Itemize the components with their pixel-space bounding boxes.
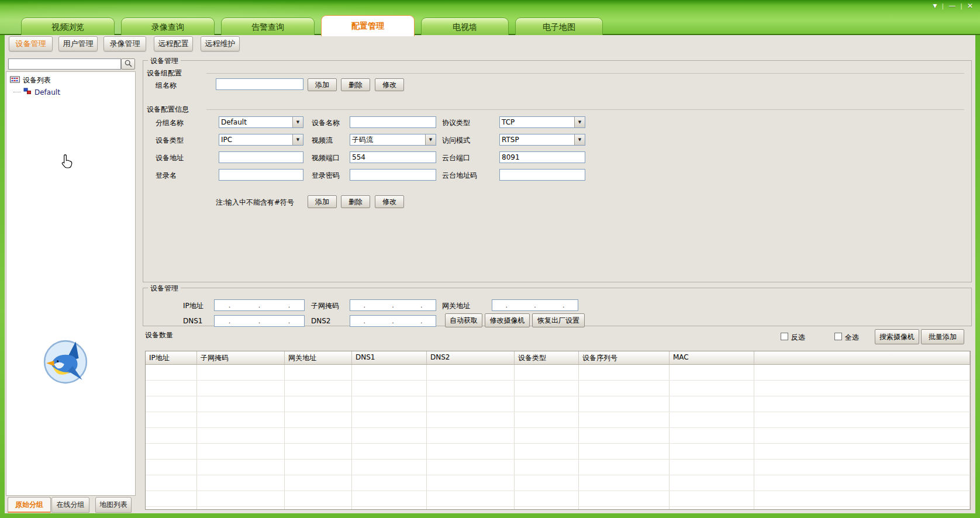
tree-item-label: 设备列表 <box>23 75 51 85</box>
column-header-6[interactable]: 设备序列号 <box>579 351 670 364</box>
modify-camera-button[interactable]: 修改摄像机 <box>485 313 530 327</box>
protocol-select[interactable]: TCP ▼ <box>499 116 585 128</box>
column-header-5[interactable]: 设备类型 <box>515 351 579 364</box>
device-add-button[interactable]: 添加 <box>308 195 337 208</box>
close-icon[interactable]: ✕ <box>967 2 973 10</box>
login-password-input[interactable] <box>350 169 436 181</box>
table-cell <box>146 412 197 427</box>
dns1-input[interactable]: ... <box>214 315 305 327</box>
tray-menu-icon[interactable]: ▼ <box>933 2 937 10</box>
group-select-label: 分组名称 <box>156 118 184 128</box>
table-cell <box>146 475 197 491</box>
group-delete-button[interactable]: 删除 <box>341 78 370 91</box>
column-header-8[interactable] <box>754 351 970 364</box>
video-stream-select[interactable]: 子码流 ▼ <box>350 134 436 146</box>
table-cell <box>515 507 579 510</box>
group-modify-button[interactable]: 修改 <box>375 78 404 91</box>
dns2-input[interactable]: ... <box>350 315 436 327</box>
table-cell <box>197 507 285 510</box>
toolbar-button-device-manage[interactable]: 设备管理 <box>9 36 53 51</box>
main-tab-e-map[interactable]: 电子地图 <box>515 18 603 35</box>
main-tab-record-query[interactable]: 录像查询 <box>121 18 215 35</box>
search-camera-button[interactable]: 搜索摄像机 <box>875 329 919 344</box>
search-input[interactable] <box>8 58 121 70</box>
column-header-2[interactable]: 网关地址 <box>285 351 352 364</box>
group-select[interactable]: Default ▼ <box>219 116 303 128</box>
column-header-3[interactable]: DNS1 <box>352 351 427 364</box>
access-mode-select[interactable]: RTSP ▼ <box>499 134 585 146</box>
tree-item-device-list[interactable]: 设备列表 <box>10 75 51 85</box>
group-add-button[interactable]: 添加 <box>308 78 337 91</box>
table-cell <box>670 428 754 443</box>
toolbar-button-user-manage[interactable]: 用户管理 <box>58 36 98 51</box>
ptz-port-input[interactable] <box>499 151 585 163</box>
table-cell <box>197 396 285 412</box>
table-cell <box>579 460 670 475</box>
search-button[interactable] <box>121 58 135 70</box>
main-tab-tv-wall[interactable]: 电视墙 <box>421 18 509 35</box>
column-header-0[interactable]: IP地址 <box>146 351 197 364</box>
mask-input[interactable]: ... <box>350 299 436 311</box>
login-name-label: 登录名 <box>156 171 177 181</box>
table-cell <box>146 365 197 380</box>
table-cell <box>285 475 352 491</box>
ip-dot: . <box>506 301 508 310</box>
toolbar-button-remote-maintain[interactable]: 远程维护 <box>201 36 240 51</box>
table-cell <box>352 428 427 443</box>
access-mode-select-value: RTSP <box>500 134 574 145</box>
main-tab-config-manage[interactable]: 配置管理 <box>321 15 415 36</box>
ptz-port-label: 云台端口 <box>442 153 470 163</box>
ip-dot: . <box>364 301 366 310</box>
chevron-down-icon[interactable]: ▼ <box>425 134 436 145</box>
batch-add-button[interactable]: 批量添加 <box>921 329 964 344</box>
table-cell <box>579 475 670 491</box>
gateway-input[interactable]: ... <box>492 299 578 311</box>
column-header-1[interactable]: 子网掩码 <box>197 351 285 364</box>
device-delete-button[interactable]: 删除 <box>341 195 370 208</box>
ip-dot: . <box>364 317 366 326</box>
group-name-input[interactable] <box>216 78 303 90</box>
chevron-down-icon[interactable]: ▼ <box>292 134 303 145</box>
table-row <box>146 444 970 460</box>
sidebar-tab-map-list[interactable]: 地图列表 <box>95 497 132 513</box>
ip-input[interactable]: ... <box>214 299 305 311</box>
tree-item-default[interactable]: Default <box>13 88 60 96</box>
device-modify-button[interactable]: 修改 <box>375 195 404 208</box>
auto-get-button[interactable]: 自动获取 <box>445 313 482 327</box>
table-cell <box>352 491 427 506</box>
main-tab-alarm-query[interactable]: 告警查询 <box>221 18 315 35</box>
ptz-address-input[interactable] <box>499 169 585 181</box>
toolbar-button-record-manage[interactable]: 录像管理 <box>103 36 146 51</box>
minimize-icon[interactable]: — <box>948 2 955 10</box>
chevron-down-icon[interactable]: ▼ <box>574 117 585 127</box>
table-row <box>146 475 970 491</box>
chevron-down-icon[interactable]: ▼ <box>574 134 585 145</box>
table-header-row: IP地址子网掩码网关地址DNS1DNS2设备类型设备序列号MAC <box>146 351 970 365</box>
sidebar-tab-original-group[interactable]: 原始分组 <box>8 497 51 513</box>
table-cell <box>197 365 285 380</box>
chevron-down-icon[interactable]: ▼ <box>292 117 303 127</box>
device-address-input[interactable] <box>219 151 303 163</box>
table-cell <box>427 507 515 510</box>
table-row <box>146 491 970 507</box>
invert-checkbox[interactable] <box>781 333 788 340</box>
table-cell <box>197 491 285 506</box>
login-name-input[interactable] <box>219 169 303 181</box>
control-separator: | <box>942 2 944 10</box>
sidebar-tab-online-group[interactable]: 在线分组 <box>51 497 89 513</box>
video-port-input[interactable] <box>350 151 436 163</box>
table-row <box>146 428 970 444</box>
table-cell <box>146 428 197 443</box>
column-header-4[interactable]: DNS2 <box>427 351 515 364</box>
table-cell <box>579 381 670 396</box>
factory-reset-button[interactable]: 恢复出厂设置 <box>532 313 585 327</box>
column-header-7[interactable]: MAC <box>670 351 754 364</box>
select-all-checkbox[interactable] <box>834 333 842 340</box>
device-type-select[interactable]: IPC ▼ <box>219 134 303 146</box>
main-tab-video-browse[interactable]: 视频浏览 <box>21 18 115 35</box>
table-cell <box>515 396 579 412</box>
toolbar-button-remote-config[interactable]: 远程配置 <box>154 36 193 51</box>
table-cell <box>670 381 754 396</box>
device-name-input[interactable] <box>350 116 436 128</box>
mask-label: 子网掩码 <box>311 301 339 311</box>
